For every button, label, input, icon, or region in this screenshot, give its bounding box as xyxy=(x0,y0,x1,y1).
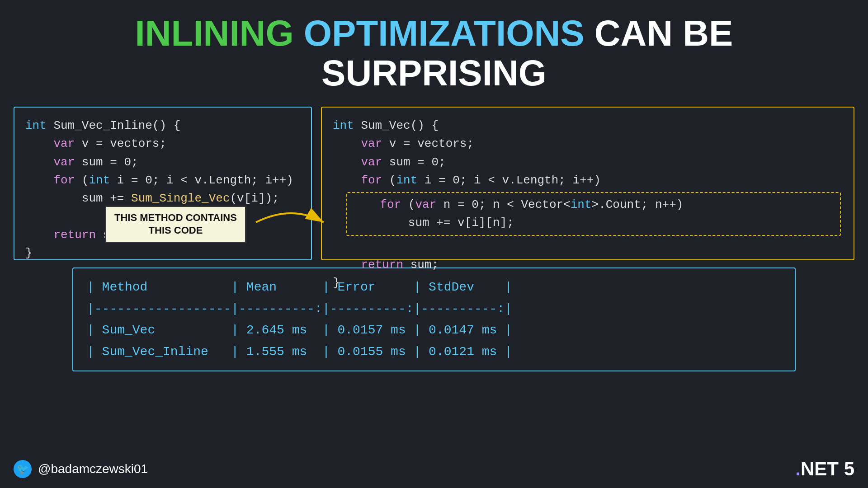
title-line2: SURPRISING xyxy=(9,53,859,93)
left-code-panel: int Sum_Vec_Inline() { var v = vectors; … xyxy=(14,107,312,260)
right-inner2: sum += v[i][n]; xyxy=(352,214,835,232)
footer: 🐦 @badamczewski01 .NET 5 xyxy=(0,458,868,480)
table-row1-text: | Sum_Vec | 2.645 ms | 0.0157 ms | 0.014… xyxy=(87,319,512,341)
right-line6: return sum; xyxy=(333,256,843,274)
table-separator: |------------------|----------:|--------… xyxy=(87,298,512,320)
net-dot-text: . xyxy=(795,458,801,479)
right-code-panel: int Sum_Vec() { var v = vectors; var sum… xyxy=(321,107,854,260)
table-data-row1: | Sum_Vec | 2.645 ms | 0.0157 ms | 0.014… xyxy=(87,319,781,341)
title-line1: INLINING OPTIMIZATIONS CAN BE xyxy=(9,14,859,53)
title-word-inlining: INLINING xyxy=(135,13,294,53)
left-line5: sum += Sum_Single_Vec(v[i]); xyxy=(25,189,300,207)
right-line5 xyxy=(333,238,843,256)
title-word-canbe: CAN BE xyxy=(594,13,733,53)
table-separator-row: |------------------|----------:|--------… xyxy=(87,298,781,320)
twitter-handle-area: 🐦 @badamczewski01 xyxy=(14,460,148,478)
right-line7: } xyxy=(333,274,843,292)
dashed-box: for (var n = 0; n < Vector<int>.Count; n… xyxy=(351,190,843,238)
annotation-box: THIS METHOD CONTAINSTHIS CODE xyxy=(105,206,246,243)
right-line4: for (int i = 0; i < v.Length; i++) xyxy=(333,171,843,189)
left-line3: var sum = 0; xyxy=(25,153,300,171)
twitter-handle-text: @badamczewski01 xyxy=(38,462,148,476)
annotation-text: THIS METHOD CONTAINSTHIS CODE xyxy=(114,212,237,236)
left-line4: for (int i = 0; i < v.Length; i++) xyxy=(25,171,300,189)
net-badge: .NET 5 xyxy=(795,458,854,480)
arrow-icon xyxy=(256,209,328,236)
right-line2: var v = vectors; xyxy=(333,135,843,153)
right-line3: var sum = 0; xyxy=(333,153,843,171)
right-inner1: for (var n = 0; n < Vector<int>.Count; n… xyxy=(352,196,835,214)
table-data-row2: | Sum_Vec_Inline | 1.555 ms | 0.0155 ms … xyxy=(87,341,781,363)
twitter-icon: 🐦 xyxy=(14,460,32,478)
dashed-inner-box: for (var n = 0; n < Vector<int>.Count; n… xyxy=(346,192,841,236)
code-panels: int Sum_Vec_Inline() { var v = vectors; … xyxy=(0,102,868,265)
left-line2: var v = vectors; xyxy=(25,135,300,153)
title-area: INLINING OPTIMIZATIONS CAN BE SURPRISING xyxy=(0,0,868,102)
right-line1: int Sum_Vec() { xyxy=(333,117,843,135)
table-row2-text: | Sum_Vec_Inline | 1.555 ms | 0.0155 ms … xyxy=(87,341,512,363)
title-word-optimizations: OPTIMIZATIONS xyxy=(304,13,585,53)
left-line1: int Sum_Vec_Inline() { xyxy=(25,117,300,135)
net-text: NET 5 xyxy=(801,458,854,479)
left-line8: } xyxy=(25,244,300,262)
